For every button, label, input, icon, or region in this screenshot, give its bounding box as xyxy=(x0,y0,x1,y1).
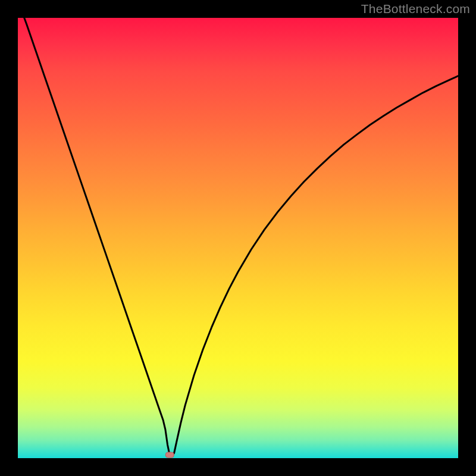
chart-frame: TheBottleneck.com xyxy=(0,0,476,476)
min-marker xyxy=(165,452,174,458)
curve-layer xyxy=(18,18,458,458)
bottleneck-curve xyxy=(18,18,458,456)
watermark-text: TheBottleneck.com xyxy=(361,2,470,16)
plot-area xyxy=(18,18,458,458)
